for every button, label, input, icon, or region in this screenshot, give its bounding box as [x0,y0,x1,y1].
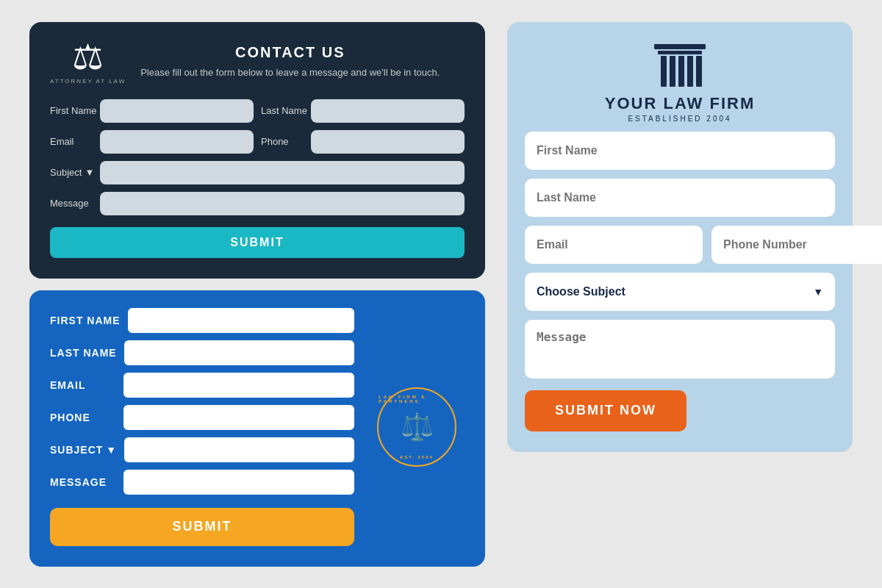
form2-firstname-label: FIRST NAME [50,315,121,326]
form1-email-input[interactable] [100,130,254,154]
gavel-icon: ⚖️ [401,412,434,442]
form2-phone-label: PHONE [50,412,116,423]
form3-logo: YOUR LAW FIRM ESTABLISHED 2004 [605,43,755,123]
form3-message-input[interactable] [525,320,835,379]
form2-lastname-label: LAST NAME [50,347,117,359]
pillar-icon [650,43,709,94]
form1-title: CONTACT US [140,44,440,61]
form1-submit-button[interactable]: SUBMIT [50,227,465,258]
form1-lastname-input[interactable] [311,99,465,123]
svg-rect-0 [654,44,706,49]
form1-phone-input[interactable] [311,130,465,154]
form3-phone-input[interactable] [711,226,882,264]
attorney-label: ATTORNEY AT LAW [50,78,126,85]
subject-dropdown-arrow: ▼ [85,167,94,178]
form3-container: YOUR LAW FIRM ESTABLISHED 2004 Choose Su… [507,22,853,452]
form3-firstname-input[interactable] [525,132,835,170]
form2-message-input[interactable] [123,470,354,495]
form1-logo: ⚖ ATTORNEY AT LAW [50,40,126,85]
form1-lastname-label: Last Name [261,105,305,116]
form3-subject-label: Choose Subject [537,285,625,298]
form3-established: ESTABLISHED 2004 [628,115,731,123]
svg-rect-2 [661,56,667,87]
form1-subject-label: Subject ▼ [50,167,94,178]
form1-message-input[interactable] [100,192,465,215]
form3-email-input[interactable] [525,226,703,264]
svg-rect-6 [696,56,702,87]
form2-submit-button[interactable]: SUBMIT [50,508,354,546]
form1-firstname-label: First Name [50,105,94,116]
form2-email-label: EMAIL [50,379,116,391]
form2-firstname-input[interactable] [128,308,354,333]
form3-subject-arrow: ▼ [813,286,823,298]
emblem-bottom-text: EST. 2004 [400,455,434,459]
form1-email-label: Email [50,136,94,147]
form2-container: FIRST NAME LAST NAME EMAIL PHONE [29,290,485,567]
form1-container: ⚖ ATTORNEY AT LAW CONTACT US Please fill… [29,22,485,279]
form2-lastname-input[interactable] [124,340,354,365]
form2-subject-arrow: ▼ [106,444,117,456]
form3-subject-select[interactable]: Choose Subject ▼ [525,273,835,311]
emblem-top-text: LAW FIRM & PARTNERS [379,395,455,404]
svg-rect-3 [670,56,675,87]
form2-logo-col: LAW FIRM & PARTNERS ⚖️ EST. 2004 [369,308,465,546]
form3-submit-button[interactable]: SUBMIT NOW [525,390,686,431]
svg-rect-4 [678,56,684,87]
form1-phone-label: Phone [261,136,305,147]
form2-phone-input[interactable] [123,405,354,430]
form1-subject-input[interactable] [100,161,465,184]
form1-message-label: Message [50,198,94,209]
scales-icon: ⚖ [72,40,104,75]
svg-rect-5 [687,56,693,87]
gavel-emblem: LAW FIRM & PARTNERS ⚖️ EST. 2004 [377,387,456,467]
form2-email-input[interactable] [123,373,354,398]
form1-subtitle: Please fill out the form below to leave … [140,65,440,80]
form1-firstname-input[interactable] [100,99,254,123]
svg-rect-1 [658,51,702,54]
form3-lastname-input[interactable] [525,179,835,217]
form2-subject-label: SUBJECT ▼ [50,444,117,456]
form3-firm-name: YOUR LAW FIRM [605,94,755,113]
form2-message-label: MESSAGE [50,476,116,488]
form2-subject-input[interactable] [124,437,354,462]
